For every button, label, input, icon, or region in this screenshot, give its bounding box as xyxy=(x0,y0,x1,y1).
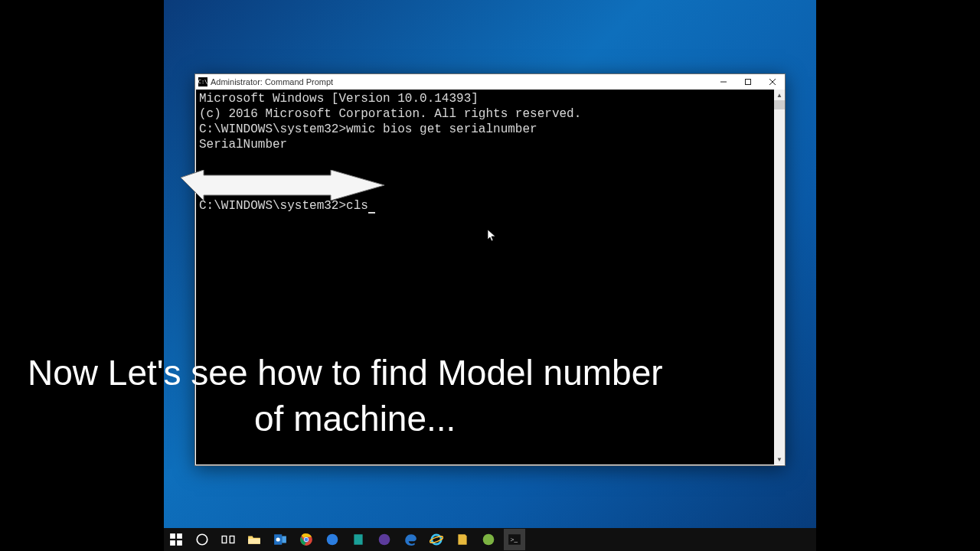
cortana-search-icon[interactable] xyxy=(191,529,213,550)
terminal-prompt: C:\WINDOWS\system32>cls xyxy=(199,198,781,214)
svg-rect-16 xyxy=(354,534,362,545)
terminal-line: (c) 2016 Microsoft Corporation. All righ… xyxy=(199,106,781,122)
caption-overlay: Now Let's see how to find Model number o… xyxy=(28,350,717,442)
svg-rect-5 xyxy=(222,536,227,543)
svg-point-14 xyxy=(305,538,309,542)
file-explorer-icon[interactable] xyxy=(243,529,265,550)
svg-rect-6 xyxy=(230,536,234,543)
caption-line-1: Now Let's see how to find Model number xyxy=(28,353,663,393)
cmd-icon[interactable]: >_ xyxy=(504,529,525,550)
taskbar: >_ xyxy=(164,528,816,551)
app-blue-icon[interactable] xyxy=(322,529,343,550)
svg-rect-3 xyxy=(177,540,182,546)
app-teal-icon[interactable] xyxy=(348,529,369,550)
task-view-icon[interactable] xyxy=(217,529,239,550)
edge-icon[interactable] xyxy=(400,529,421,550)
svg-point-10 xyxy=(276,537,280,541)
terminal-line xyxy=(199,168,781,183)
svg-point-4 xyxy=(197,534,207,545)
scroll-up-button[interactable]: ▲ xyxy=(774,90,785,100)
ie-icon[interactable] xyxy=(426,529,447,550)
vertical-scrollbar[interactable]: ▲ ▼ xyxy=(774,90,785,465)
svg-rect-1 xyxy=(177,533,182,539)
start-icon[interactable] xyxy=(165,529,187,550)
app-green-icon[interactable] xyxy=(478,529,499,550)
app-yellow-icon[interactable] xyxy=(452,529,473,550)
svg-rect-24 xyxy=(746,80,751,85)
svg-rect-9 xyxy=(282,536,286,543)
svg-point-15 xyxy=(327,534,338,546)
scroll-thumb[interactable] xyxy=(774,100,785,109)
cmd-window-icon: C:\ xyxy=(198,77,207,86)
window-controls xyxy=(711,74,785,90)
svg-point-20 xyxy=(483,534,495,546)
terminal-line xyxy=(199,183,781,198)
terminal-line: Microsoft Windows [Version 10.0.14393] xyxy=(199,91,781,106)
app-purple-icon[interactable] xyxy=(374,529,395,550)
minimize-button[interactable] xyxy=(711,74,736,90)
caption-line-2: of machine... xyxy=(28,396,717,442)
scroll-down-button[interactable]: ▼ xyxy=(774,454,785,465)
svg-point-17 xyxy=(379,534,390,546)
svg-text:>_: >_ xyxy=(510,536,518,543)
terminal-line: SerialNumber xyxy=(199,137,781,152)
svg-rect-2 xyxy=(170,540,175,546)
outlook-icon[interactable] xyxy=(270,529,291,550)
svg-rect-7 xyxy=(248,539,260,544)
terminal-line: C:\WINDOWS\system32>wmic bios get serial… xyxy=(199,122,781,137)
text-cursor xyxy=(368,201,375,214)
close-button[interactable] xyxy=(760,74,785,90)
window-title: Administrator: Command Prompt xyxy=(211,77,333,86)
maximize-button[interactable] xyxy=(736,74,760,90)
svg-rect-0 xyxy=(170,533,175,539)
titlebar[interactable]: C:\ Administrator: Command Prompt xyxy=(195,74,785,90)
terminal-line xyxy=(199,152,781,168)
chrome-icon[interactable] xyxy=(296,529,317,550)
